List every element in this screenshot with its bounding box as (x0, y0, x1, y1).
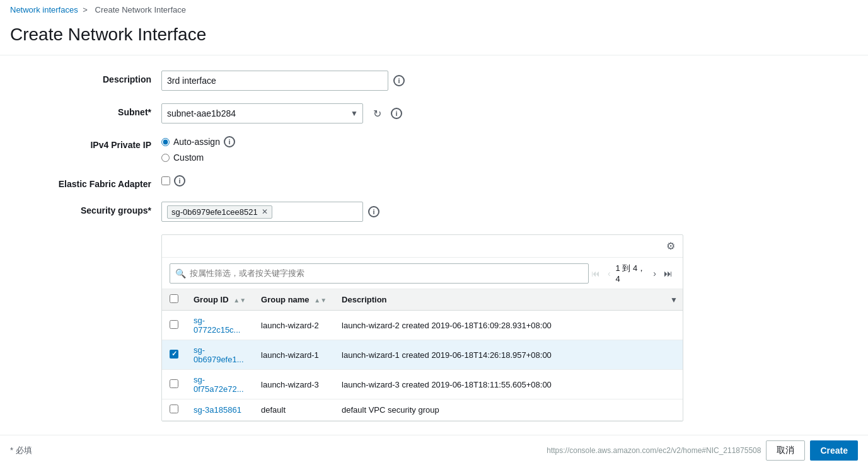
breadcrumb-separator: > (83, 5, 88, 14)
sg-col-group-name-label: Group name (261, 295, 310, 304)
efa-control: i (161, 175, 683, 187)
table-row: sg-0f75a72e72...launch-wizard-3launch-wi… (162, 370, 683, 399)
row-checkbox-cell (162, 340, 186, 370)
row-checkbox-0[interactable] (170, 320, 178, 329)
group-id-link[interactable]: sg-0f75a72e72... (194, 375, 244, 394)
subnet-select-wrapper: subnet-aae1b284 ▼ (161, 103, 363, 123)
row-description: launch-wizard-3 created 2019-06-18T18:11… (334, 370, 683, 399)
row-group-name: default (253, 399, 334, 421)
row-group-id: sg-0b6979efe1... (186, 340, 253, 370)
sg-col-description-dropdown[interactable]: ▼ (670, 296, 678, 304)
security-groups-row: Security groups* sg-0b6979efe1cee8521 ✕ … (10, 202, 683, 222)
page-title: Create Network Interface (0, 20, 868, 55)
ipv4-auto-label: Auto-assign (173, 137, 220, 147)
description-control: i (161, 71, 683, 91)
sg-search-input[interactable] (190, 268, 583, 278)
sg-select-all-checkbox[interactable] (170, 294, 178, 303)
footer-actions: https://console.aws.amazon.com/ec2/v2/ho… (547, 440, 858, 461)
create-network-interface-form: Description i Subnet* subnet-aae1b284 ▼ … (0, 71, 693, 422)
table-row: sg-3a185861defaultdefault VPC security g… (162, 399, 683, 421)
create-button[interactable]: Create (810, 440, 858, 461)
security-groups-info-icon[interactable]: i (368, 206, 379, 217)
security-group-tag-label: sg-0b6979efe1cee8521 (171, 207, 258, 217)
ipv4-auto-assign-option[interactable]: Auto-assign i (161, 136, 235, 147)
row-group-name: launch-wizard-1 (253, 340, 334, 370)
subnet-label: Subnet* (10, 103, 161, 117)
sg-col-group-id: Group ID ▲▼ (186, 289, 253, 311)
row-description: default VPC security group (334, 399, 683, 421)
sg-settings-icon[interactable]: ⚙ (666, 240, 675, 252)
description-info-icon[interactable]: i (393, 75, 405, 86)
breadcrumb-parent-link[interactable]: Network interfaces (10, 5, 78, 14)
sg-header-checkbox-cell (162, 289, 186, 311)
subnet-info-icon[interactable]: i (391, 108, 402, 119)
security-groups-label: Security groups* (10, 202, 161, 215)
row-description: launch-wizard-1 created 2019-06-18T14:26… (334, 340, 683, 370)
efa-row: Elastic Fabric Adapter i (10, 175, 683, 189)
row-group-name: launch-wizard-2 (253, 311, 334, 340)
sg-table-header-row: Group ID ▲▼ Group name ▲▼ Description ▼ (162, 289, 683, 311)
subnet-control: subnet-aae1b284 ▼ ↻ i (161, 103, 683, 123)
table-row: sg-0b6979efe1...launch-wizard-1launch-wi… (162, 340, 683, 370)
row-checkbox-cell (162, 311, 186, 340)
ipv4-custom-radio[interactable] (161, 154, 170, 162)
group-id-link[interactable]: sg-07722c15c... (194, 316, 240, 335)
security-group-tag: sg-0b6979efe1cee8521 ✕ (167, 205, 272, 219)
efa-label: Elastic Fabric Adapter (10, 175, 161, 189)
pagination-first-icon[interactable]: ⏮ (589, 267, 603, 280)
security-groups-tag-input[interactable]: sg-0b6979efe1cee8521 ✕ (161, 202, 363, 222)
pagination-last-icon[interactable]: ⏭ (661, 267, 675, 280)
ipv4-radio-group: Auto-assign i Custom (161, 136, 235, 163)
breadcrumb: Network interfaces > Create Network Inte… (0, 0, 868, 20)
search-icon: 🔍 (175, 268, 186, 278)
sg-col-group-id-label: Group ID (194, 295, 229, 304)
ipv4-auto-info-icon[interactable]: i (224, 136, 235, 147)
ipv4-custom-label: Custom (173, 152, 204, 163)
security-groups-table: Group ID ▲▼ Group name ▲▼ Description ▼ … (162, 289, 683, 421)
efa-checkbox[interactable] (161, 176, 170, 185)
row-checkbox-2[interactable] (170, 379, 178, 388)
ipv4-control: Auto-assign i Custom (161, 136, 683, 163)
group-id-link[interactable]: sg-0b6979efe1... (194, 345, 244, 364)
security-group-tag-close[interactable]: ✕ (262, 208, 268, 215)
sg-col-group-name: Group name ▲▼ (253, 289, 334, 311)
row-checkbox-cell (162, 399, 186, 421)
pagination-prev-icon[interactable]: ‹ (605, 267, 613, 280)
row-group-name: launch-wizard-3 (253, 370, 334, 399)
required-note: * 必填 (10, 445, 32, 456)
description-input[interactable] (161, 71, 388, 91)
efa-info-icon[interactable]: i (174, 175, 185, 187)
description-row: Description i (10, 71, 683, 91)
row-checkbox-3[interactable] (170, 405, 178, 413)
ipv4-custom-option[interactable]: Custom (161, 152, 235, 163)
row-group-id: sg-3a185861 (186, 399, 253, 421)
subnet-row: Subnet* subnet-aae1b284 ▼ ↻ i (10, 103, 683, 123)
pagination-info: 1 到 4，4 (616, 263, 649, 284)
sg-pagination: ⏮ ‹ 1 到 4，4 › ⏭ (589, 263, 675, 284)
subnet-refresh-icon[interactable]: ↻ (368, 105, 386, 122)
sg-panel-header: ⚙ (162, 235, 683, 258)
sg-table-body: sg-07722c15c...launch-wizard-2launch-wiz… (162, 311, 683, 421)
footer-url: https://console.aws.amazon.com/ec2/v2/ho… (547, 446, 761, 455)
table-row: sg-07722c15c...launch-wizard-2launch-wiz… (162, 311, 683, 340)
row-checkbox-cell (162, 370, 186, 399)
security-groups-panel: ⚙ 🔍 ⏮ ‹ 1 到 4，4 › ⏭ (161, 234, 683, 422)
row-group-id: sg-07722c15c... (186, 311, 253, 340)
ipv4-row: IPv4 Private IP Auto-assign i Custom (10, 136, 683, 163)
subnet-select[interactable]: subnet-aae1b284 (161, 103, 363, 123)
sg-col-description: Description ▼ (334, 289, 683, 311)
description-label: Description (10, 71, 161, 84)
cancel-button[interactable]: 取消 (766, 440, 805, 461)
sg-col-description-label: Description (342, 295, 387, 304)
sg-col-group-name-sort[interactable]: ▲▼ (314, 297, 327, 304)
efa-checkbox-wrapper: i (161, 175, 185, 187)
sg-search-wrapper: 🔍 (170, 263, 589, 284)
ipv4-auto-radio[interactable] (161, 138, 170, 146)
pagination-next-icon[interactable]: › (651, 267, 659, 280)
ipv4-label: IPv4 Private IP (10, 136, 161, 150)
group-id-link[interactable]: sg-3a185861 (194, 405, 241, 415)
sg-col-group-id-sort[interactable]: ▲▼ (233, 297, 246, 304)
row-description: launch-wizard-2 created 2019-06-18T16:09… (334, 311, 683, 340)
row-checkbox-1[interactable] (170, 350, 178, 359)
security-groups-control: sg-0b6979efe1cee8521 ✕ i (161, 202, 683, 222)
